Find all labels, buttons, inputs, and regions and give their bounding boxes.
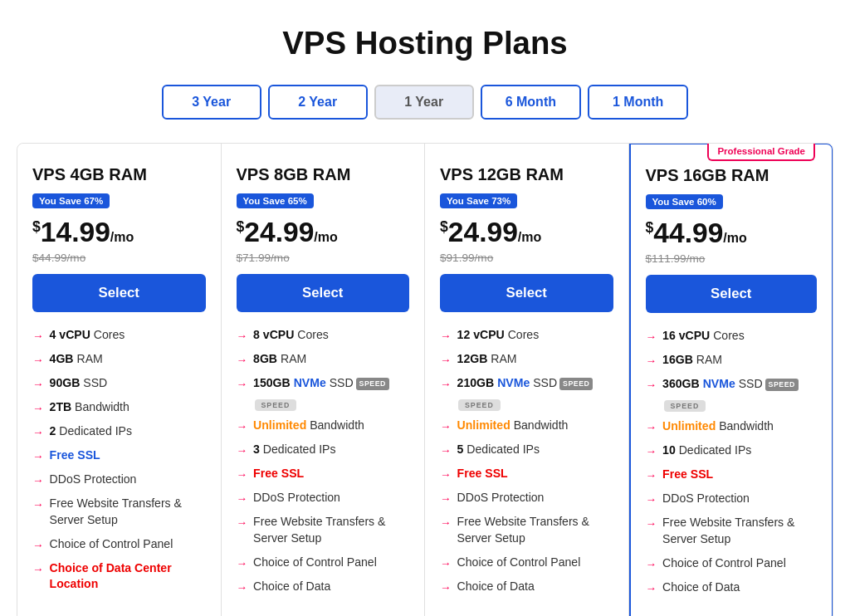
feature-text: 90GB SSD	[50, 375, 108, 392]
save-badge: You Save 60%	[646, 194, 723, 209]
feature-item: → Free SSL	[32, 447, 206, 464]
arrow-icon: →	[440, 515, 452, 530]
feature-text: Choice of Control Panel	[50, 536, 173, 553]
features-list: → 12 vCPU Cores → 12GB RAM → 210GB NVMe …	[440, 327, 613, 392]
arrow-icon: →	[32, 400, 44, 416]
feature-text: DDoS Protection	[662, 491, 750, 507]
feature-item: → Free Website Transfers & Server Setup	[237, 514, 410, 546]
feature-item: → Choice of Data Center Location	[32, 560, 206, 593]
arrow-icon: →	[646, 556, 657, 572]
feature-item: → 2TB Bandwidth	[32, 399, 206, 416]
price-main: $24.99/mo	[237, 217, 338, 247]
page-title: VPS Hosting Plans	[17, 25, 833, 61]
price-main: $44.99/mo	[646, 218, 747, 248]
feature-text: Unlimited Bandwidth	[253, 418, 364, 434]
price-block: $44.99/mo	[646, 218, 818, 249]
feature-item: → Unlimited Bandwidth	[440, 418, 613, 434]
billing-tab-6month[interactable]: 6 Month	[481, 85, 581, 120]
plans-grid: VPS 4GB RAMYou Save 67% $14.99/mo $44.99…	[17, 143, 833, 616]
billing-tab-3year[interactable]: 3 Year	[162, 85, 261, 120]
features-list: → 16 vCPU Cores → 16GB RAM → 360GB NVMe …	[646, 328, 818, 393]
save-badge: You Save 73%	[440, 193, 517, 208]
arrow-icon: →	[646, 491, 657, 507]
price-block: $24.99/mo	[237, 217, 410, 248]
select-button[interactable]: Select	[237, 274, 410, 312]
arrow-icon: →	[237, 376, 248, 392]
save-badge: You Save 67%	[32, 193, 110, 208]
feature-item: → Choice of Data	[440, 579, 613, 595]
feature-text: Unlimited Bandwidth	[457, 418, 569, 434]
speed-badge: SPEED	[664, 400, 706, 412]
feature-item: → Choice of Control Panel	[646, 555, 818, 572]
feature-item: → 16GB RAM	[646, 352, 818, 369]
feature-item: → 4 vCPU Cores	[32, 327, 206, 344]
arrow-icon: →	[32, 352, 44, 368]
feature-text: Free Website Transfers & Server Setup	[662, 515, 817, 547]
price-original: $44.99/mo	[32, 252, 206, 264]
arrow-icon: →	[646, 329, 657, 345]
feature-item: → Choice of Control Panel	[32, 536, 206, 553]
arrow-icon: →	[646, 419, 657, 435]
professional-badge: Professional Grade	[707, 144, 815, 161]
arrow-icon: →	[237, 515, 248, 530]
feature-text: 12 vCPU Cores	[457, 327, 540, 344]
feature-text: 4GB RAM	[50, 351, 103, 368]
arrow-icon: →	[440, 442, 452, 458]
feature-text: 5 Dedicated IPs	[457, 442, 540, 458]
save-badge: You Save 65%	[237, 193, 314, 208]
arrow-icon: →	[237, 491, 248, 506]
features-list: → Unlimited Bandwidth → 10 Dedicated IPs…	[646, 418, 818, 596]
features-list: → 8 vCPU Cores → 8GB RAM → 150GB NVMe SS…	[237, 327, 410, 392]
price-block: $24.99/mo	[440, 217, 613, 248]
feature-item: → 360GB NVMe SSDSPEED	[646, 376, 818, 393]
feature-item: → Free SSL	[440, 466, 613, 482]
feature-item: → 90GB SSD	[32, 375, 206, 392]
arrow-icon: →	[237, 352, 248, 368]
billing-tab-2year[interactable]: 2 Year	[268, 85, 368, 120]
feature-text: Choice of Data Center Location	[50, 560, 206, 593]
select-button[interactable]: Select	[646, 275, 818, 313]
feature-text: DDoS Protection	[253, 490, 340, 506]
billing-tab-1year[interactable]: 1 Year	[374, 85, 474, 120]
feature-item: → 3 Dedicated IPs	[237, 442, 410, 458]
feature-item: → 210GB NVMe SSDSPEED	[440, 375, 613, 392]
feature-text: Free SSL	[457, 466, 508, 482]
feature-item: → DDoS Protection	[440, 490, 613, 506]
arrow-icon: →	[440, 376, 452, 392]
billing-tabs: 3 Year2 Year1 Year6 Month1 Month	[17, 85, 833, 120]
arrow-icon: →	[237, 579, 248, 595]
price-main: $24.99/mo	[440, 217, 541, 247]
feature-text: Choice of Data	[253, 579, 330, 595]
feature-text: Free SSL	[50, 447, 100, 464]
feature-item: → 4GB RAM	[32, 351, 206, 368]
arrow-icon: →	[646, 443, 657, 459]
feature-item: → 10 Dedicated IPs	[646, 442, 818, 459]
arrow-icon: →	[32, 328, 44, 344]
feature-item: → 8 vCPU Cores	[237, 327, 410, 344]
feature-item: → 150GB NVMe SSDSPEED	[237, 375, 410, 392]
feature-text: 10 Dedicated IPs	[662, 442, 751, 459]
select-button[interactable]: Select	[440, 274, 613, 312]
arrow-icon: →	[440, 579, 452, 595]
billing-tab-1month[interactable]: 1 Month	[588, 85, 688, 120]
feature-text: 210GB NVMe SSDSPEED	[457, 375, 594, 392]
arrow-icon: →	[32, 376, 44, 392]
price-block: $14.99/mo	[32, 217, 206, 248]
arrow-icon: →	[646, 580, 657, 596]
feature-item: → 5 Dedicated IPs	[440, 442, 613, 458]
arrow-icon: →	[237, 467, 248, 482]
speed-badge: SPEED	[255, 399, 297, 411]
feature-text: 8GB RAM	[253, 351, 306, 368]
feature-text: 360GB NVMe SSDSPEED	[662, 376, 799, 393]
plan-card-vps4: VPS 4GB RAMYou Save 67% $14.99/mo $44.99…	[17, 144, 222, 616]
feature-text: 3 Dedicated IPs	[253, 442, 335, 458]
arrow-icon: →	[32, 561, 44, 577]
feature-item: → Free Website Transfers & Server Setup	[440, 514, 613, 546]
arrow-icon: →	[32, 424, 44, 440]
feature-text: Choice of Control Panel	[662, 555, 786, 572]
select-button[interactable]: Select	[32, 274, 206, 312]
plan-card-vps12: VPS 12GB RAMYou Save 73% $24.99/mo $91.9…	[425, 144, 629, 616]
arrow-icon: →	[646, 516, 657, 531]
price-original: $91.99/mo	[440, 252, 613, 264]
feature-item: → 12GB RAM	[440, 351, 613, 368]
